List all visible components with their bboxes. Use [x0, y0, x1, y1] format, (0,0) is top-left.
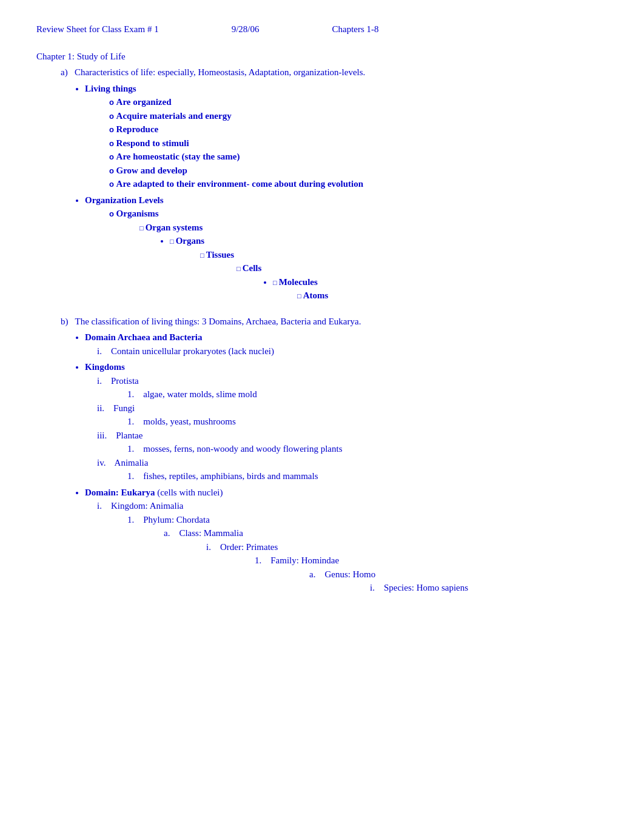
- item-text: i. Kingdom: Animalia: [97, 501, 184, 511]
- item-text: a. Class: Mammalia: [164, 528, 243, 538]
- list-item: 1. Family: Homindae a. Genus: Homo: [255, 554, 608, 595]
- item-text: Reproduce: [116, 124, 159, 134]
- item-text: Cells: [243, 263, 262, 273]
- org-levels-label: Organization Levels: [85, 195, 164, 205]
- item-text: 1. algae, water molds, slime mold: [127, 389, 257, 399]
- item-text: i. Protista: [97, 376, 139, 386]
- list-item: i. Protista 1. algae, water molds, slime…: [97, 374, 608, 401]
- class-mammalia-sub: i. Order: Primates 1. Family: Homindae: [206, 540, 608, 595]
- kingdoms-subitems: i. Protista 1. algae, water molds, slime…: [97, 374, 608, 483]
- living-things-label: Living things: [85, 84, 136, 93]
- item-text: Organs: [176, 236, 205, 246]
- archaea-subitems: i. Contain unicellular prokaryotes (lack…: [97, 344, 608, 358]
- list-item: Are adapted to their environment- come a…: [109, 177, 608, 191]
- item-text: Tissues: [206, 250, 234, 260]
- list-item: ii. Fungi 1. molds, yeast, mushrooms: [97, 401, 608, 429]
- section-a-text: Characteristics of life: especially, Hom…: [75, 67, 365, 77]
- section-b-label: b): [61, 317, 75, 326]
- section-a-header: a) Characteristics of life: especially, …: [61, 65, 608, 79]
- kingdoms-item: Kingdoms i. Protista 1. algae, water mol…: [85, 360, 608, 483]
- genus-homo-sub: i. Species: Homo sapiens: [370, 581, 608, 595]
- phylum-chordata-sub: a. Class: Mammalia i. Order: Primates: [164, 526, 608, 595]
- living-things-subitems: Are organized Acquire materials and ener…: [109, 95, 608, 191]
- org-levels-item: Organization Levels Organisms Organ syst…: [85, 193, 608, 303]
- list-item: Are homeostatic (stay the same): [109, 150, 608, 164]
- list-item: iii. Plantae 1. mosses, ferns, non-woody…: [97, 429, 608, 456]
- exam-chapters: Chapters 1-8: [332, 24, 378, 35]
- list-item: a. Genus: Homo i. Species: Homo sapiens: [309, 568, 608, 595]
- item-text: Respond to stimuli: [116, 138, 189, 148]
- domain-eukarya-item: Domain: Eukarya (cells with nuclei) i. K…: [85, 486, 608, 595]
- section-a-label: a): [61, 67, 75, 77]
- animalia-sub: 1. fishes, reptiles, amphibians, birds a…: [127, 469, 608, 483]
- list-item: i. Contain unicellular prokaryotes (lack…: [97, 344, 608, 358]
- kingdom-animalia-sub: 1. Phylum: Chordata a. Class: Mammalia: [127, 513, 608, 595]
- org-molecules: Molecules Atoms: [273, 275, 608, 303]
- list-item: Acquire materials and energy: [109, 109, 608, 123]
- order-primates-sub: 1. Family: Homindae a. Genus: Homo: [255, 554, 608, 595]
- exam-title: Review Sheet for Class Exam # 1: [36, 24, 159, 35]
- org-tissues: Tissues Cells: [200, 248, 608, 303]
- list-item: i. Kingdom: Animalia 1. Phylum: Chordata…: [97, 499, 608, 595]
- list-item: Reproduce: [109, 122, 608, 136]
- item-text: Are organized: [116, 97, 172, 107]
- item-text: iii. Plantae: [97, 431, 143, 440]
- item-text: Molecules: [279, 277, 318, 287]
- section-a: a) Characteristics of life: especially, …: [36, 65, 608, 303]
- list-item: iv. Animalia 1. fishes, reptiles, amphib…: [97, 456, 608, 483]
- domain-eukarya-suffix: (cells with nuclei): [155, 488, 223, 497]
- domain-eukarya-bullet: Domain: Eukarya (cells with nuclei) i. K…: [85, 486, 608, 595]
- list-item: Organisms Organ systems Organs: [109, 207, 608, 303]
- domain-archaea-label: Domain Archaea and Bacteria: [85, 332, 202, 342]
- org-cells: Cells Molecules: [236, 261, 608, 303]
- list-item: Organ systems Organs Tissues: [139, 221, 608, 303]
- org-levels-bullet: Organization Levels Organisms Organ syst…: [85, 193, 608, 303]
- item-text: 1. Family: Homindae: [255, 555, 339, 565]
- section-b-text: The classification of living things: 3 D…: [75, 317, 361, 326]
- list-item: i. Order: Primates 1. Family: Homindae: [206, 540, 608, 595]
- list-item: i. Species: Homo sapiens: [370, 581, 608, 595]
- list-item: Molecules Atoms: [273, 275, 608, 303]
- item-text: 1. molds, yeast, mushrooms: [127, 417, 236, 426]
- list-item: Cells Molecules: [236, 261, 608, 303]
- item-text: a. Genus: Homo: [309, 569, 375, 579]
- item-text: Are adapted to their environment- come a…: [116, 179, 364, 189]
- list-item: Atoms: [297, 289, 608, 303]
- domain-archaea-bullet: Domain Archaea and Bacteria i. Contain u…: [85, 330, 608, 358]
- org-atoms: Atoms: [297, 289, 608, 303]
- item-text: i. Contain unicellular prokaryotes (lack…: [97, 346, 274, 356]
- list-item: Are organized: [109, 95, 608, 109]
- kingdoms-label: Kingdoms: [85, 362, 125, 372]
- family-homindae-sub: a. Genus: Homo i. Species: Homo sapiens: [309, 568, 608, 595]
- exam-date: 9/28/06: [232, 24, 260, 35]
- living-things-bullet: Living things Are organized Acquire mate…: [85, 82, 608, 191]
- item-text: iv. Animalia: [97, 458, 148, 468]
- domain-archaea-item: Domain Archaea and Bacteria i. Contain u…: [85, 330, 608, 358]
- header: Review Sheet for Class Exam # 1 9/28/06 …: [36, 24, 608, 35]
- list-item: 1. algae, water molds, slime mold: [127, 387, 608, 401]
- item-text: i. Species: Homo sapiens: [370, 583, 468, 592]
- org-organisms: Organisms Organ systems Organs: [109, 207, 608, 303]
- item-text: Grow and develop: [116, 166, 187, 175]
- list-item: Respond to stimuli: [109, 136, 608, 150]
- list-item: 1. mosses, ferns, non-woody and woody fl…: [127, 442, 608, 456]
- chapter-title: Chapter 1: Study of Life: [36, 52, 608, 62]
- fungi-sub: 1. molds, yeast, mushrooms: [127, 415, 608, 429]
- item-text: 1. Phylum: Chordata: [127, 515, 210, 525]
- item-text: i. Order: Primates: [206, 542, 278, 552]
- list-item: 1. fishes, reptiles, amphibians, birds a…: [127, 469, 608, 483]
- item-text: Are homeostatic (stay the same): [116, 152, 240, 161]
- protista-sub: 1. algae, water molds, slime mold: [127, 387, 608, 401]
- item-text: Acquire materials and energy: [116, 111, 232, 121]
- item-text: 1. fishes, reptiles, amphibians, birds a…: [127, 471, 318, 481]
- kingdoms-bullet: Kingdoms i. Protista 1. algae, water mol…: [85, 360, 608, 483]
- item-text: Atoms: [303, 290, 329, 300]
- item-text: 1. mosses, ferns, non-woody and woody fl…: [127, 444, 343, 454]
- item-text: Organ systems: [146, 223, 203, 232]
- section-b-header: b) The classification of living things: …: [61, 315, 608, 329]
- item-text: Organisms: [116, 209, 159, 218]
- list-item: 1. molds, yeast, mushrooms: [127, 415, 608, 429]
- document-container: Review Sheet for Class Exam # 1 9/28/06 …: [36, 24, 608, 595]
- list-item: 1. Phylum: Chordata a. Class: Mammalia: [127, 513, 608, 595]
- item-text: ii. Fungi: [97, 403, 135, 413]
